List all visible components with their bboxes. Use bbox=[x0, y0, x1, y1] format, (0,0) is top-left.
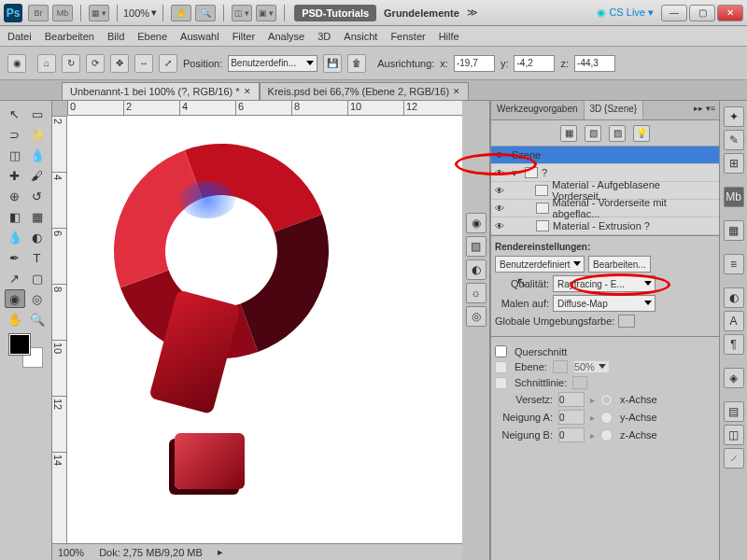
menu-fenster[interactable]: Fenster bbox=[390, 31, 425, 42]
eye-icon[interactable]: 👁 bbox=[495, 221, 508, 231]
orient-y-input[interactable] bbox=[514, 55, 555, 72]
bridge-button[interactable]: Br bbox=[28, 5, 49, 21]
screenmode-button[interactable]: ▣ ▾ bbox=[256, 5, 276, 21]
history-brush-tool[interactable]: ↺ bbox=[27, 187, 48, 205]
status-dok[interactable]: Dok: 2,75 MB/9,20 MB bbox=[99, 547, 203, 558]
filter-material-icon[interactable]: ▨ bbox=[609, 125, 626, 142]
eyedropper-tool[interactable]: 💧 bbox=[27, 146, 48, 164]
panel-clone-icon[interactable]: ⊞ bbox=[724, 153, 744, 174]
scene-row-mat2[interactable]: 👁Material - Vorderseite mit abgeflac... bbox=[491, 200, 719, 217]
eye-icon[interactable]: 👁 bbox=[495, 203, 508, 214]
scene-row-szene[interactable]: 👁Szene bbox=[491, 147, 719, 164]
maximize-button[interactable]: ▢ bbox=[689, 5, 715, 21]
close-button[interactable]: ✕ bbox=[717, 5, 743, 21]
tool-preset-icon[interactable]: ◉ bbox=[7, 54, 26, 73]
eye-icon[interactable]: 👁 bbox=[495, 150, 508, 161]
wand-tool[interactable]: ✨ bbox=[27, 125, 48, 144]
scene-row-mat3[interactable]: 👁Material - Extrusion ? bbox=[491, 217, 719, 235]
3d-filter-mesh-icon[interactable]: ▨ bbox=[466, 236, 486, 257]
eye-icon[interactable]: 👁 bbox=[495, 168, 508, 178]
cross-checkbox[interactable] bbox=[495, 345, 507, 357]
eraser-tool[interactable]: ◧ bbox=[5, 207, 25, 226]
zoom-button[interactable]: 🔍 bbox=[195, 5, 216, 21]
3d-camera-tool[interactable]: ◎ bbox=[27, 289, 48, 308]
3d-rotate-icon[interactable]: ↻ bbox=[62, 54, 80, 73]
panel-opt-icon[interactable]: ✦ bbox=[724, 106, 744, 127]
minimize-button[interactable]: — bbox=[661, 5, 687, 21]
panel-channels-icon[interactable]: ◫ bbox=[724, 425, 744, 445]
panel-color-icon[interactable]: ◐ bbox=[724, 287, 744, 308]
crop-tool[interactable]: ◫ bbox=[5, 146, 25, 164]
canvas[interactable] bbox=[67, 116, 462, 543]
blur-tool[interactable]: 💧 bbox=[5, 228, 25, 246]
move-tool[interactable]: ↖ bbox=[5, 105, 25, 123]
3d-roll-icon[interactable]: ⟳ bbox=[86, 54, 105, 73]
filter-light-icon[interactable]: 💡 bbox=[633, 125, 650, 142]
menu-filter[interactable]: Filter bbox=[233, 31, 255, 42]
heal-tool[interactable]: ✚ bbox=[5, 166, 25, 185]
global-color-swatch[interactable] bbox=[618, 315, 635, 328]
menu-3d[interactable]: 3D bbox=[317, 31, 331, 42]
menu-bild[interactable]: Bild bbox=[107, 31, 124, 42]
menu-datei[interactable]: Datei bbox=[7, 31, 32, 42]
panel-collapse-icon[interactable]: ▸▸ ▾≡ bbox=[690, 101, 719, 119]
pen-tool[interactable]: ✒ bbox=[5, 248, 25, 267]
scene-list[interactable]: 👁Szene 👁▾? 👁Material - Aufgeblasene Vord… bbox=[491, 147, 719, 235]
arrange-button[interactable]: ◫ ▾ bbox=[232, 5, 252, 21]
render-preset-select[interactable]: Benutzerdefiniert bbox=[495, 256, 585, 273]
panel-para-icon[interactable]: ¶ bbox=[724, 334, 744, 355]
3d-filter-cam-icon[interactable]: ◎ bbox=[466, 306, 486, 327]
workspace-name[interactable]: PSD-Tutorials bbox=[294, 5, 376, 21]
close-tab-icon[interactable]: ✕ bbox=[244, 87, 251, 96]
3d-home-icon[interactable]: ⌂ bbox=[37, 54, 56, 73]
panel-brush-icon[interactable]: ✎ bbox=[724, 130, 744, 150]
hand-tool[interactable]: ✋ bbox=[5, 310, 25, 329]
marquee-tool[interactable]: ▭ bbox=[27, 105, 48, 123]
menu-ebene[interactable]: Ebene bbox=[137, 31, 167, 42]
3d-filter-mat-icon[interactable]: ◐ bbox=[466, 259, 486, 280]
path-tool[interactable]: ↗ bbox=[5, 269, 25, 287]
filter-mesh-icon[interactable]: ▧ bbox=[585, 125, 601, 142]
panel-char-icon[interactable]: A bbox=[724, 311, 744, 331]
quality-select[interactable]: Raytracing - E... bbox=[553, 275, 655, 292]
type-tool[interactable]: T bbox=[27, 248, 48, 267]
lasso-tool[interactable]: ⊃ bbox=[5, 125, 25, 144]
tab-werkzeugvorgaben[interactable]: Werkzeugvorgaben bbox=[491, 101, 585, 119]
document-title[interactable]: Grundelemente bbox=[384, 7, 459, 19]
doctab-1[interactable]: Kreis.psd bei 66,7% (Ebene 2, RGB/16)✕ bbox=[260, 82, 469, 100]
3d-scale-icon[interactable]: ⤢ bbox=[159, 54, 177, 73]
menu-bearbeiten[interactable]: Bearbeiten bbox=[45, 31, 94, 42]
position-select[interactable]: Benutzerdefin... bbox=[228, 55, 317, 72]
panel-mb-icon[interactable]: Mb bbox=[724, 187, 744, 207]
paint-select[interactable]: Diffuse-Map bbox=[553, 295, 655, 312]
3d-pan-icon[interactable]: ✥ bbox=[110, 54, 129, 73]
stamp-tool[interactable]: ⊕ bbox=[5, 187, 25, 205]
3d-questionmark-object[interactable] bbox=[86, 134, 375, 508]
orient-z-input[interactable] bbox=[574, 55, 615, 72]
filter-scene-icon[interactable]: ▦ bbox=[560, 125, 577, 142]
orient-x-input[interactable] bbox=[454, 55, 495, 72]
3d-filter-scene-icon[interactable]: ◉ bbox=[466, 213, 486, 233]
zoom-tool[interactable]: 🔍 bbox=[27, 310, 48, 329]
3d-rotate-tool[interactable]: ◉ bbox=[5, 289, 25, 308]
menu-auswahl[interactable]: Auswahl bbox=[180, 31, 219, 42]
delete-preset-icon[interactable]: 🗑 bbox=[347, 54, 366, 73]
minibridge-button[interactable]: Mb bbox=[52, 5, 73, 21]
dodge-tool[interactable]: ◐ bbox=[27, 228, 48, 246]
hand-button[interactable]: ✋ bbox=[171, 5, 191, 21]
tab-3d-szene[interactable]: 3D {Szene} bbox=[585, 101, 644, 119]
3d-filter-light-icon[interactable]: ☼ bbox=[466, 283, 486, 303]
menu-ansicht[interactable]: Ansicht bbox=[344, 31, 377, 42]
3d-slide-icon[interactable]: ↔ bbox=[134, 54, 153, 73]
save-preset-icon[interactable]: 💾 bbox=[323, 54, 342, 73]
panel-swatches-icon[interactable]: ▦ bbox=[724, 220, 744, 241]
status-zoom[interactable]: 100% bbox=[58, 547, 84, 558]
brush-tool[interactable]: 🖌 bbox=[27, 166, 48, 185]
doctab-0[interactable]: Unbenannt-1 bei 100% (?, RGB/16) *✕ bbox=[62, 82, 260, 100]
panel-fx-icon[interactable]: ◈ bbox=[724, 368, 744, 388]
view-extras-button[interactable]: ▦ ▾ bbox=[89, 5, 109, 21]
gradient-tool[interactable]: ▦ bbox=[27, 207, 48, 226]
panel-layers-icon[interactable]: ▤ bbox=[724, 401, 744, 422]
eye-icon[interactable]: 👁 bbox=[495, 186, 508, 196]
close-tab-icon[interactable]: ✕ bbox=[453, 87, 460, 96]
